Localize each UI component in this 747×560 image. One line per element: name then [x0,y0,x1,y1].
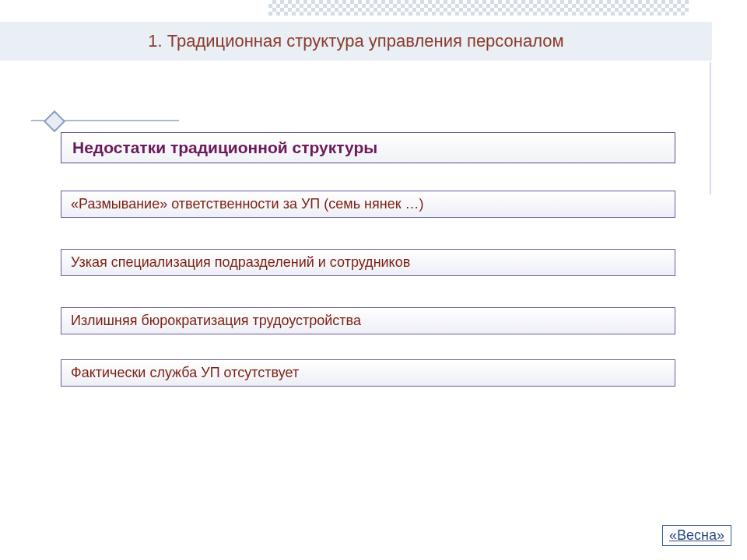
list-item: «Размывание» ответственности за УП (семь… [61,191,675,218]
list-item-text: Узкая специализация подразделений и сотр… [71,254,410,270]
slide-title-bar: 1. Традиционная структура управления пер… [0,22,712,61]
slide-title: 1. Традиционная структура управления пер… [148,31,563,51]
list-item: Узкая специализация подразделений и сотр… [61,249,675,276]
footer-link[interactable]: «Весна» [662,525,731,546]
top-pattern-strip [268,0,689,16]
section-heading-box: Недостатки традиционной структуры [61,132,675,163]
footer-link-text: «Весна» [669,527,724,543]
right-divider [710,62,711,194]
list-item: Излишняя бюрократизация трудоустройства [61,307,675,334]
section-heading: Недостатки традиционной структуры [72,138,377,156]
list-item-text: Фактически служба УП отсутствует [71,365,299,380]
anchor-diamond-icon [44,110,65,132]
list-item: Фактически служба УП отсутствует [61,359,675,387]
list-item-text: Излишняя бюрократизация трудоустройства [71,313,361,328]
list-item-text: «Размывание» ответственности за УП (семь… [71,196,424,212]
